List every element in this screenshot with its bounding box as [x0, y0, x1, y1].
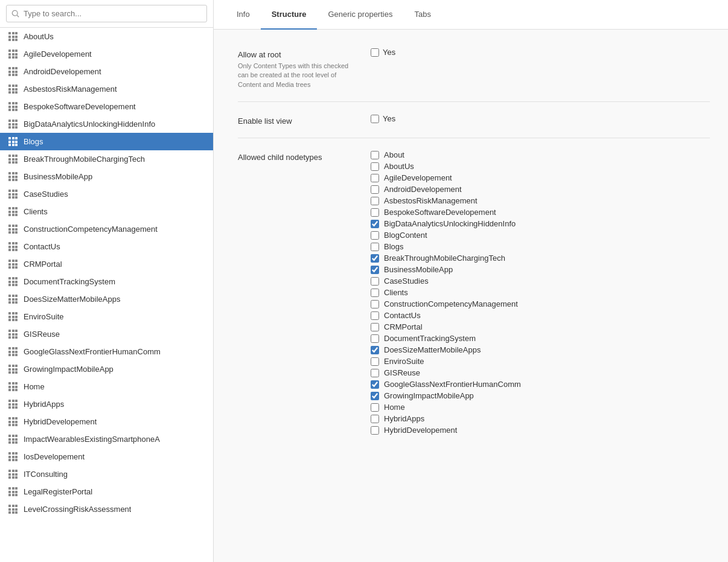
tab-structure[interactable]: Structure — [261, 0, 318, 30]
sidebar-item[interactable]: BespokeSoftwareDevelopement — [0, 98, 213, 115]
sidebar-item[interactable]: CaseStudies — [0, 185, 213, 203]
nodetype-label[interactable]: BigDataAnalyticsUnlockingHiddenInfo — [384, 219, 516, 228]
nodetype-label[interactable]: HybridApps — [384, 414, 424, 423]
allow-at-root-row: Allow at root Only Content Types with th… — [238, 48, 710, 89]
nodetype-label[interactable]: GrowingImpactMobileApp — [384, 391, 474, 400]
nodetype-checkbox[interactable] — [371, 208, 379, 217]
nodetype-checkbox[interactable] — [371, 174, 379, 182]
sidebar-item[interactable]: AboutUs — [0, 28, 213, 45]
nodetype-label[interactable]: Home — [384, 403, 405, 412]
nodetype-label[interactable]: ContactUs — [384, 311, 421, 320]
search-input[interactable] — [6, 5, 207, 22]
nodetype-checkbox[interactable] — [371, 392, 379, 400]
nodetype-checkbox[interactable] — [371, 162, 379, 171]
nodetype-row: HybridDevelopement — [371, 426, 521, 435]
sidebar-item[interactable]: BusinessMobileApp — [0, 168, 213, 185]
nodetype-checkbox[interactable] — [371, 403, 379, 412]
nodetype-label[interactable]: AgileDevelopement — [384, 173, 452, 182]
sidebar-item[interactable]: CRMPortal — [0, 255, 213, 273]
sidebar-item[interactable]: DocumentTrackingSystem — [0, 273, 213, 290]
sidebar-item[interactable]: AgileDevelopement — [0, 45, 213, 63]
sidebar-item[interactable]: HybridDevelopement — [0, 413, 213, 430]
sidebar-item[interactable]: GISReuse — [0, 325, 213, 343]
nodetype-label[interactable]: AboutUs — [384, 162, 414, 171]
nodetypes-list: AboutAboutUsAgileDevelopementAndroidDeve… — [371, 150, 521, 435]
nodetype-label[interactable]: CaseStudies — [384, 276, 429, 286]
tab-tabs[interactable]: Tabs — [403, 0, 441, 30]
nodetype-row: GISReuse — [371, 368, 521, 377]
nodetype-label[interactable]: BusinessMobileApp — [384, 265, 453, 274]
nodetype-checkbox[interactable] — [371, 151, 379, 159]
nodetype-label[interactable]: DoesSizeMatterMobileApps — [384, 345, 481, 354]
sidebar-item[interactable]: BigDataAnalyticsUnlockingHiddenInfo — [0, 115, 213, 133]
sidebar-item[interactable]: EnviroSuite — [0, 308, 213, 325]
enable-list-view-checkbox[interactable] — [371, 115, 379, 123]
sidebar-item-label: Blogs — [24, 137, 43, 146]
enable-list-view-yes-label[interactable]: Yes — [383, 114, 395, 123]
sidebar-item[interactable]: Blogs — [0, 133, 213, 150]
nodetype-label[interactable]: AndroidDevelopement — [384, 185, 462, 194]
nodetype-checkbox[interactable] — [371, 415, 379, 423]
sidebar-item[interactable]: Clients — [0, 203, 213, 220]
nodetype-label[interactable]: GISReuse — [384, 368, 420, 377]
nodetype-row: AsbestosRiskManagement — [371, 196, 521, 205]
sidebar-item[interactable]: ConstructionCompetencyManagement — [0, 220, 213, 238]
sidebar-item[interactable]: GrowingImpactMobileApp — [0, 360, 213, 378]
sidebar-item[interactable]: BreakThroughMobileChargingTech — [0, 150, 213, 168]
nodetype-checkbox[interactable] — [371, 220, 379, 228]
allow-at-root-yes-label[interactable]: Yes — [383, 48, 395, 57]
nodetype-checkbox[interactable] — [371, 243, 379, 251]
nodetype-label[interactable]: Clients — [384, 288, 408, 297]
nodetype-row: AboutUs — [371, 162, 521, 171]
sidebar-item[interactable]: GoogleGlassNextFrontierHumanComm — [0, 343, 213, 360]
nodetype-checkbox[interactable] — [371, 266, 379, 274]
nodetype-label[interactable]: DocumentTrackingSystem — [384, 334, 476, 343]
allow-at-root-field: Yes — [371, 48, 395, 58]
nodetype-checkbox[interactable] — [371, 289, 379, 297]
nodetype-row: Clients — [371, 288, 521, 297]
nodetype-label[interactable]: ConstructionCompetencyManagement — [384, 299, 518, 308]
nodetype-label[interactable]: BlogContent — [384, 231, 427, 240]
nodetype-checkbox[interactable] — [371, 277, 379, 286]
sidebar-item[interactable]: Home — [0, 378, 213, 395]
tab-generic-properties[interactable]: Generic properties — [317, 0, 403, 30]
nodetype-checkbox[interactable] — [371, 323, 379, 331]
nodetype-label[interactable]: BreakThroughMobileChargingTech — [384, 254, 505, 263]
sidebar-item[interactable]: ITConsulting — [0, 465, 213, 483]
nodetype-checkbox[interactable] — [371, 231, 379, 240]
nodetype-checkbox[interactable] — [371, 380, 379, 389]
sidebar-item-label: DocumentTrackingSystem — [24, 277, 115, 286]
sidebar-item[interactable]: LegalRegisterPortal — [0, 483, 213, 500]
sidebar-item[interactable]: AndroidDevelopement — [0, 63, 213, 80]
sidebar-item[interactable]: LevelCrossingRiskAssessment — [0, 500, 213, 518]
nodetype-label[interactable]: CRMPortal — [384, 322, 423, 331]
allow-at-root-checkbox[interactable] — [371, 48, 379, 57]
sidebar-item[interactable]: AsbestosRiskManagement — [0, 80, 213, 98]
nodetype-checkbox[interactable] — [371, 311, 379, 320]
nodetype-checkbox[interactable] — [371, 300, 379, 308]
nodetype-checkbox[interactable] — [371, 357, 379, 366]
nodetype-label[interactable]: AsbestosRiskManagement — [384, 196, 477, 205]
nodetype-checkbox[interactable] — [371, 334, 379, 343]
sidebar-item[interactable]: DoesSizeMatterMobileApps — [0, 290, 213, 308]
nodetype-checkbox[interactable] — [371, 254, 379, 263]
nodetype-label[interactable]: Blogs — [384, 242, 404, 251]
tab-info[interactable]: Info — [226, 0, 261, 30]
sidebar-item[interactable]: ContactUs — [0, 238, 213, 255]
nodetype-checkbox[interactable] — [371, 197, 379, 205]
nodetype-label[interactable]: EnviroSuite — [384, 357, 424, 366]
sidebar-item[interactable]: HybridApps — [0, 395, 213, 413]
nodetype-label[interactable]: BespokeSoftwareDevelopement — [384, 208, 496, 217]
nodetype-label[interactable]: About — [384, 150, 404, 159]
nodetype-checkbox[interactable] — [371, 426, 379, 435]
sidebar-item[interactable]: ImpactWearablesExistingSmartphoneA — [0, 430, 213, 448]
grid-icon — [8, 312, 18, 321]
grid-icon — [8, 190, 18, 199]
nodetype-checkbox[interactable] — [371, 185, 379, 194]
nodetype-label[interactable]: GoogleGlassNextFrontierHumanComm — [384, 380, 521, 389]
nodetype-checkbox[interactable] — [371, 346, 379, 354]
sidebar-item-label: ConstructionCompetencyManagement — [24, 225, 158, 234]
sidebar-item[interactable]: IosDevelopement — [0, 448, 213, 465]
nodetype-label[interactable]: HybridDevelopement — [384, 426, 457, 435]
nodetype-checkbox[interactable] — [371, 369, 379, 377]
